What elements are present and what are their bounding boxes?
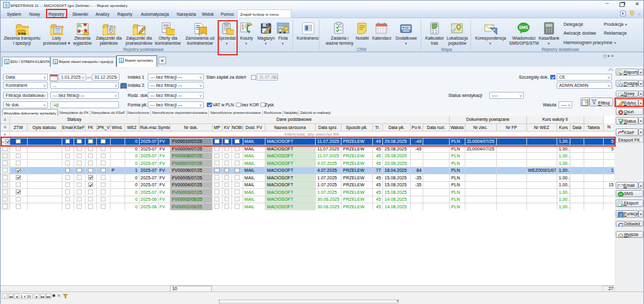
svg-text:S: S bbox=[6, 60, 8, 64]
svg-text:S: S bbox=[54, 60, 57, 64]
svg-text:S: S bbox=[120, 59, 123, 62]
svg-text:SMS: SMS bbox=[519, 25, 528, 30]
svg-text:+0: +0 bbox=[53, 103, 58, 108]
svg-text:S: S bbox=[5, 3, 8, 8]
svg-text:ZL: ZL bbox=[78, 24, 82, 28]
